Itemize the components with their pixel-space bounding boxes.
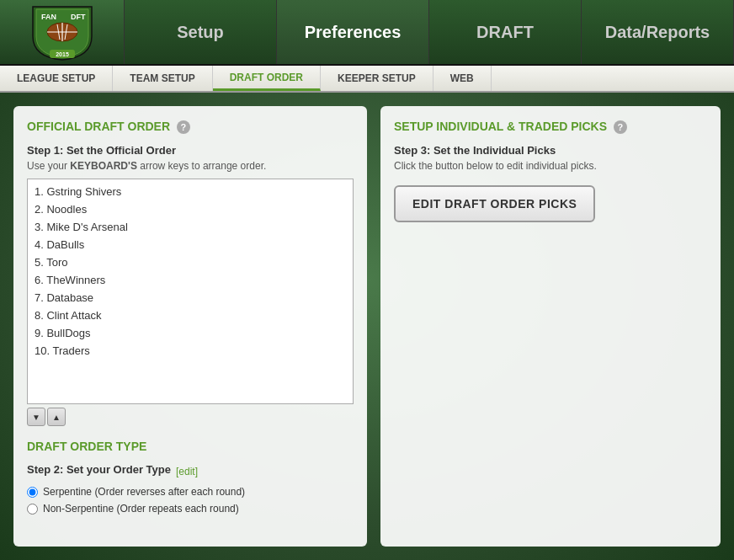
official-draft-order-title: OFFICIAL DRAFT ORDER ? [27, 120, 354, 134]
step3-title: Step 3: Set the Individual Picks [394, 144, 707, 157]
draft-list-item[interactable]: 4. DaBulls [29, 236, 351, 253]
move-down-button[interactable]: ▼ [27, 408, 45, 426]
draft-list-item[interactable]: 10. Traders [29, 342, 351, 360]
svg-text:DFT: DFT [71, 13, 86, 21]
draft-list-item[interactable]: 8. Clint Attack [29, 307, 351, 324]
fandraft-logo: FAN DFT 2015 [24, 3, 100, 61]
draft-list-item[interactable]: 3. Mike D's Arsenal [29, 218, 351, 236]
draft-list-item[interactable]: 5. Toro [29, 253, 351, 271]
draft-list-item[interactable]: 7. Database [29, 289, 351, 307]
step1-desc: Use your KEYBOARD'S arrow keys to arrang… [27, 160, 354, 172]
main-content: OFFICIAL DRAFT ORDER ? Step 1: Set the O… [0, 93, 734, 560]
step2-title: Step 2: Set your Order Type [27, 463, 171, 476]
non-serpentine-label: Non-Serpentine (Order repeats each round… [43, 503, 239, 515]
sub-nav-league-setup[interactable]: LEAGUE SETUP [0, 66, 113, 91]
right-panel: SETUP INDIVIDUAL & TRADED PICKS ? Step 3… [380, 106, 721, 547]
nav-tabs: Setup Preferences DRAFT Data/Reports [125, 0, 734, 64]
sub-nav-web[interactable]: WEB [433, 66, 492, 91]
move-up-button[interactable]: ▲ [47, 408, 66, 426]
left-panel: OFFICIAL DRAFT ORDER ? Step 1: Set the O… [13, 106, 367, 547]
nav-tab-setup[interactable]: Setup [125, 0, 277, 64]
step2-header: Step 2: Set your Order Type [edit] [27, 463, 354, 479]
sub-nav-team-setup[interactable]: TEAM SETUP [113, 66, 212, 91]
draft-list-item[interactable]: 6. TheWinners [29, 271, 351, 289]
nav-tab-draft[interactable]: DRAFT [429, 0, 582, 64]
sub-nav-draft-order[interactable]: DRAFT ORDER [213, 66, 321, 91]
step1-title: Step 1: Set the Official Order [27, 144, 354, 157]
svg-text:FAN: FAN [41, 13, 56, 21]
logo-area: FAN DFT 2015 [0, 0, 125, 64]
draft-list-item[interactable]: 1. Gstring Shivers [29, 183, 351, 200]
draft-order-list-container[interactable]: 1. Gstring Shivers2. Noodles3. Mike D's … [27, 179, 354, 404]
serpentine-label: Serpentine (Order reverses after each ro… [43, 486, 245, 498]
draft-order-help-icon[interactable]: ? [177, 120, 190, 134]
individual-picks-help-icon[interactable]: ? [614, 120, 627, 134]
top-nav: FAN DFT 2015 Setup Preferences DRAFT Dat… [0, 0, 734, 66]
serpentine-option[interactable]: Serpentine (Order reverses after each ro… [27, 486, 354, 498]
individual-picks-title: SETUP INDIVIDUAL & TRADED PICKS ? [394, 120, 707, 134]
nav-tab-data-reports[interactable]: Data/Reports [582, 0, 734, 64]
draft-list-item[interactable]: 9. BullDogs [29, 324, 351, 342]
step2-edit-link[interactable]: [edit] [176, 466, 198, 477]
non-serpentine-option[interactable]: Non-Serpentine (Order repeats each round… [27, 503, 354, 515]
sub-nav: LEAGUE SETUP TEAM SETUP DRAFT ORDER KEEP… [0, 66, 734, 93]
non-serpentine-radio[interactable] [27, 504, 38, 515]
draft-order-list: 1. Gstring Shivers2. Noodles3. Mike D's … [28, 179, 353, 363]
step3-desc: Click the button below to edit individua… [394, 160, 707, 172]
nav-tab-preferences[interactable]: Preferences [277, 0, 429, 64]
draft-list-item[interactable]: 2. Noodles [29, 200, 351, 218]
arrow-buttons: ▼ ▲ [27, 408, 354, 426]
draft-order-type-section: DRAFT ORDER TYPE Step 2: Set your Order … [27, 440, 354, 515]
sub-nav-keeper-setup[interactable]: KEEPER SETUP [321, 66, 433, 91]
edit-draft-order-picks-button[interactable]: EDIT DRAFT ORDER PICKS [394, 185, 595, 222]
svg-text:2015: 2015 [56, 51, 69, 57]
draft-order-type-title: DRAFT ORDER TYPE [27, 440, 354, 453]
serpentine-radio[interactable] [27, 487, 38, 498]
